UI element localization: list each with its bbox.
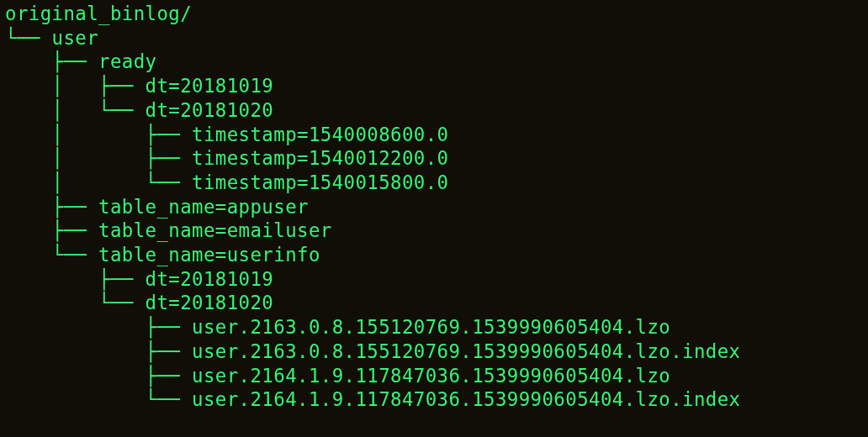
directory-tree-output: original_binlog/ └── user ├── ready │ ├─…	[0, 0, 868, 412]
